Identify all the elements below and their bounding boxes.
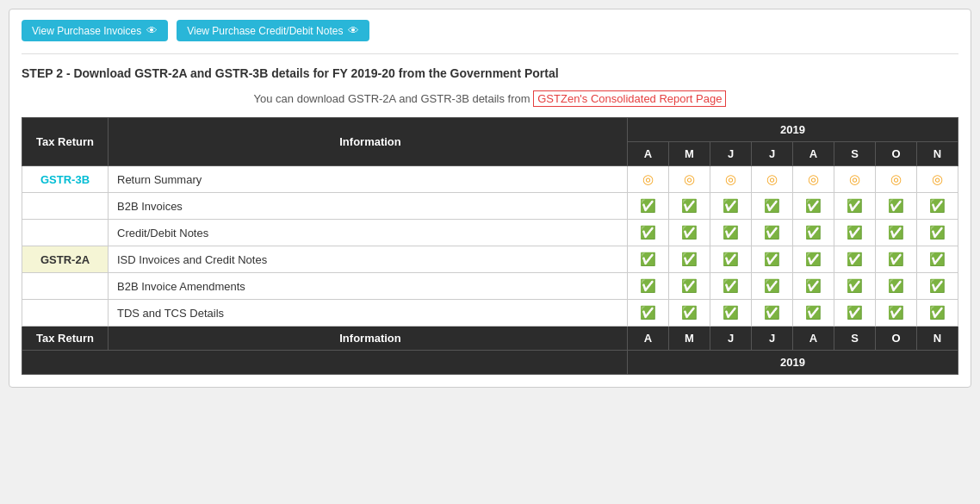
status-icon: ✅	[681, 305, 698, 320]
footer-year: 2019	[628, 351, 958, 375]
data-cell: ✅	[628, 273, 669, 300]
status-icon: ✅	[681, 278, 698, 293]
data-cell: ✅	[710, 193, 752, 220]
top-buttons-bar: View Purchase Invoices 👁 View Purchase C…	[22, 20, 958, 41]
status-icon: ✅	[681, 225, 698, 240]
data-cell: ✅	[669, 246, 710, 273]
status-icon: ✅	[681, 252, 698, 266]
status-icon: ✅	[723, 278, 739, 293]
status-icon: ◎	[684, 171, 695, 186]
status-icon: ✅	[929, 305, 946, 320]
status-icon: ✅	[723, 252, 739, 266]
table-row: TDS and TCS Details ✅ ✅ ✅ ✅ ✅ ✅ ✅ ✅	[22, 300, 958, 327]
status-icon: ✅	[805, 305, 822, 320]
table-row: GSTR-3B Return Summary ◎ ◎ ◎ ◎ ◎ ◎ ◎ ◎	[22, 166, 958, 193]
status-icon: ✅	[847, 225, 863, 240]
tax-return-cell	[22, 273, 109, 300]
status-icon: ✅	[640, 252, 656, 266]
status-icon: ✅	[888, 278, 904, 293]
view-purchase-invoices-button[interactable]: View Purchase Invoices 👁	[22, 20, 168, 41]
divider	[22, 53, 958, 54]
status-icon: ✅	[805, 198, 822, 213]
footer-month-A2: A	[793, 327, 834, 351]
tax-return-header: Tax Return	[22, 118, 109, 166]
footer-month-O: O	[876, 327, 917, 351]
status-icon: ✅	[764, 305, 780, 320]
info-cell: TDS and TCS Details	[109, 300, 628, 327]
status-icon: ✅	[847, 198, 863, 213]
footer-tax-return-empty	[22, 351, 628, 375]
data-cell: ✅	[917, 246, 958, 273]
data-cell: ✅	[628, 300, 669, 327]
status-icon: ◎	[932, 171, 943, 186]
status-icon: ◎	[725, 171, 736, 186]
month-J2: J	[752, 142, 793, 166]
data-cell: ✅	[628, 220, 669, 246]
info-cell: B2B Invoices	[109, 193, 628, 220]
data-cell: ✅	[793, 300, 834, 327]
download-text: You can download GSTR-2A and GSTR-3B det…	[254, 92, 530, 105]
data-cell: ✅	[917, 193, 958, 220]
status-icon: ✅	[640, 278, 656, 293]
data-cell: ✅	[834, 273, 876, 300]
data-cell: ✅	[669, 193, 710, 220]
data-cell: ◎	[752, 166, 793, 193]
data-cell: ✅	[876, 246, 917, 273]
information-header: Information	[109, 118, 628, 166]
month-A: A	[628, 142, 669, 166]
data-cell: ✅	[793, 220, 834, 246]
step2-title: STEP 2 - Download GSTR-2A and GSTR-3B de…	[22, 66, 958, 80]
eye-icon: 👁	[348, 24, 359, 37]
data-cell: ✅	[917, 300, 958, 327]
status-icon: ✅	[888, 198, 904, 213]
status-icon: ✅	[764, 225, 780, 240]
footer-information: Information	[109, 327, 628, 351]
data-cell: ✅	[917, 273, 958, 300]
status-icon: ◎	[890, 171, 902, 186]
footer-tax-return: Tax Return	[22, 327, 109, 351]
data-cell: ✅	[752, 193, 793, 220]
data-cell: ✅	[669, 273, 710, 300]
status-icon: ✅	[640, 198, 656, 213]
table-header-row: Tax Return Information 2019	[22, 118, 958, 142]
data-cell: ✅	[710, 220, 752, 246]
consolidated-report-link[interactable]: GSTZen's Consolidated Report Page	[533, 90, 726, 107]
status-icon: ✅	[847, 278, 863, 293]
data-cell: ◎	[628, 166, 669, 193]
gstr-table: Tax Return Information 2019 A M J J A S …	[22, 117, 958, 375]
data-cell: ◎	[793, 166, 834, 193]
table-row: Credit/Debit Notes ✅ ✅ ✅ ✅ ✅ ✅ ✅ ✅	[22, 220, 958, 246]
status-icon: ✅	[723, 305, 739, 320]
info-cell: Credit/Debit Notes	[109, 220, 628, 246]
status-icon: ✅	[723, 198, 739, 213]
tax-return-cell	[22, 300, 109, 327]
status-icon: ✅	[929, 198, 946, 213]
status-icon: ✅	[805, 278, 822, 293]
data-cell: ✅	[876, 273, 917, 300]
status-icon: ✅	[929, 278, 946, 293]
footer-month-A: A	[628, 327, 669, 351]
view-purchase-credit-debit-button[interactable]: View Purchase Credit/Debit Notes 👁	[177, 20, 369, 41]
status-icon: ✅	[681, 198, 698, 213]
data-cell: ◎	[669, 166, 710, 193]
status-icon: ◎	[766, 171, 778, 186]
status-icon: ✅	[640, 225, 656, 240]
month-J1: J	[710, 142, 752, 166]
year-header: 2019	[628, 118, 958, 142]
status-icon: ◎	[849, 171, 860, 186]
info-cell: ISD Invoices and Credit Notes	[109, 246, 628, 273]
data-cell: ✅	[628, 193, 669, 220]
data-cell: ✅	[834, 193, 876, 220]
month-A2: A	[793, 142, 834, 166]
footer-month-J2: J	[752, 327, 793, 351]
status-icon: ◎	[642, 171, 654, 186]
tax-return-cell: GSTR-2A	[22, 246, 109, 273]
data-cell: ✅	[710, 246, 752, 273]
main-card: View Purchase Invoices 👁 View Purchase C…	[9, 9, 971, 388]
tax-return-cell	[22, 220, 109, 246]
month-M: M	[669, 142, 710, 166]
data-cell: ✅	[628, 246, 669, 273]
data-cell: ✅	[752, 246, 793, 273]
status-icon: ✅	[888, 305, 904, 320]
footer-month-N: N	[917, 327, 958, 351]
